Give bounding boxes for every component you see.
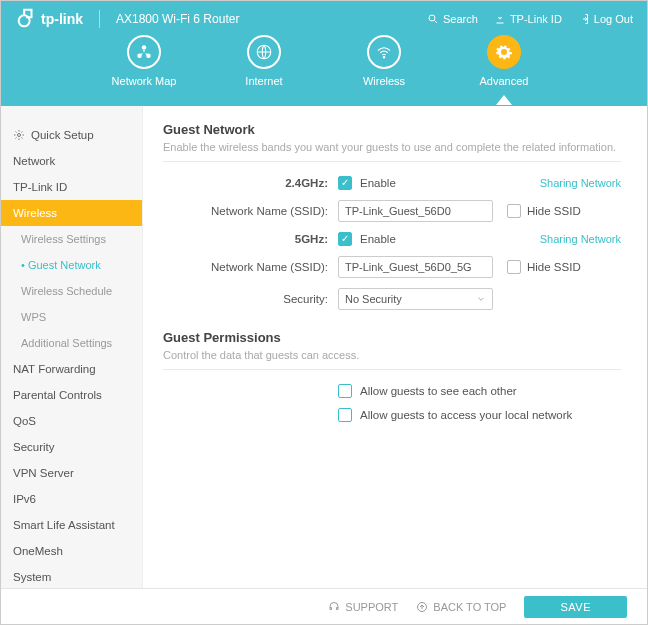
sidebar-sub-wireless-schedule[interactable]: Wireless Schedule bbox=[1, 278, 142, 304]
sidebar-label: Quick Setup bbox=[31, 129, 94, 141]
wifi-icon bbox=[367, 35, 401, 69]
header-top: tp-link AX1800 Wi-Fi 6 Router Search TP-… bbox=[1, 1, 647, 31]
sidebar-item-vpn[interactable]: VPN Server bbox=[1, 460, 142, 486]
tab-label: Internet bbox=[245, 75, 282, 87]
model-name: AX1800 Wi-Fi 6 Router bbox=[116, 12, 239, 26]
globe-icon bbox=[247, 35, 281, 69]
sidebar-item-ipv6[interactable]: IPv6 bbox=[1, 486, 142, 512]
svg-point-6 bbox=[383, 57, 385, 59]
checkbox-access-local[interactable] bbox=[338, 408, 352, 422]
section-title-guest-network: Guest Network bbox=[163, 122, 621, 137]
brand-text: tp-link bbox=[41, 11, 83, 27]
header: tp-link AX1800 Wi-Fi 6 Router Search TP-… bbox=[1, 1, 647, 106]
link-sharing-24ghz[interactable]: Sharing Network bbox=[540, 177, 621, 189]
tab-label: Network Map bbox=[112, 75, 177, 87]
section-desc-permissions: Control the data that guests can access. bbox=[163, 349, 621, 370]
hide-ssid-label-5: Hide SSID bbox=[527, 261, 581, 273]
sidebar-item-wireless[interactable]: Wireless bbox=[1, 200, 142, 226]
sidebar-item-security[interactable]: Security bbox=[1, 434, 142, 460]
row-24ghz: 2.4GHz: Enable Sharing Network bbox=[163, 176, 621, 190]
search-label: Search bbox=[443, 13, 478, 25]
enable-label-5: Enable bbox=[360, 233, 396, 245]
sidebar-sub-wps[interactable]: WPS bbox=[1, 304, 142, 330]
label-security: Security: bbox=[163, 293, 338, 305]
tplink-id-label: TP-Link ID bbox=[510, 13, 562, 25]
search-icon bbox=[427, 13, 439, 25]
chevron-down-icon bbox=[476, 294, 486, 304]
tab-advanced[interactable]: Advanced bbox=[469, 35, 539, 87]
sidebar-item-system[interactable]: System bbox=[1, 564, 142, 588]
svg-point-7 bbox=[18, 134, 21, 137]
save-button[interactable]: SAVE bbox=[524, 596, 627, 618]
tab-wireless[interactable]: Wireless bbox=[349, 35, 419, 87]
sidebar-item-quick-setup[interactable]: Quick Setup bbox=[1, 122, 142, 148]
brand-logo: tp-link bbox=[15, 8, 83, 30]
sidebar-item-qos[interactable]: QoS bbox=[1, 408, 142, 434]
arrow-up-icon bbox=[416, 601, 428, 613]
gear-small-icon bbox=[13, 129, 25, 141]
select-security[interactable]: No Security bbox=[338, 288, 493, 310]
checkbox-see-each-other[interactable] bbox=[338, 384, 352, 398]
content: Guest Network Enable the wireless bands … bbox=[143, 106, 647, 588]
tab-label: Wireless bbox=[363, 75, 405, 87]
sidebar-sub-additional[interactable]: Additional Settings bbox=[1, 330, 142, 356]
brand: tp-link AX1800 Wi-Fi 6 Router bbox=[15, 8, 239, 30]
link-sharing-5ghz[interactable]: Sharing Network bbox=[540, 233, 621, 245]
section-title-permissions: Guest Permissions bbox=[163, 330, 621, 345]
input-ssid-24ghz[interactable] bbox=[338, 200, 493, 222]
sidebar-item-smart-life[interactable]: Smart Life Assistant bbox=[1, 512, 142, 538]
sidebar-item-onemesh[interactable]: OneMesh bbox=[1, 538, 142, 564]
checkbox-hide-ssid-24ghz[interactable] bbox=[507, 204, 521, 218]
label-5ghz: 5GHz: bbox=[163, 233, 338, 245]
logout-label: Log Out bbox=[594, 13, 633, 25]
checkbox-enable-5ghz[interactable] bbox=[338, 232, 352, 246]
support-label: SUPPORT bbox=[345, 601, 398, 613]
tab-network-map[interactable]: Network Map bbox=[109, 35, 179, 87]
row-security: Security: No Security bbox=[163, 288, 621, 310]
gear-icon bbox=[487, 35, 521, 69]
network-map-icon bbox=[127, 35, 161, 69]
sidebar-item-nat[interactable]: NAT Forwarding bbox=[1, 356, 142, 382]
enable-label: Enable bbox=[360, 177, 396, 189]
headset-icon bbox=[328, 601, 340, 613]
label-ssid-5ghz: Network Name (SSID): bbox=[163, 261, 338, 273]
sidebar-sub-guest-network[interactable]: Guest Network bbox=[1, 252, 142, 278]
sidebar-sub-wireless-settings[interactable]: Wireless Settings bbox=[1, 226, 142, 252]
tab-internet[interactable]: Internet bbox=[229, 35, 299, 87]
select-security-value: No Security bbox=[345, 293, 402, 305]
sidebar: Quick Setup Network TP-Link ID Wireless … bbox=[1, 106, 143, 588]
checkbox-enable-24ghz[interactable] bbox=[338, 176, 352, 190]
back-to-top-link[interactable]: BACK TO TOP bbox=[416, 601, 506, 613]
input-ssid-5ghz[interactable] bbox=[338, 256, 493, 278]
logout-button[interactable]: Log Out bbox=[578, 13, 633, 25]
section-desc-guest-network: Enable the wireless bands you want your … bbox=[163, 141, 621, 162]
header-right: Search TP-Link ID Log Out bbox=[427, 13, 633, 25]
sidebar-item-network[interactable]: Network bbox=[1, 148, 142, 174]
brand-separator bbox=[99, 10, 100, 28]
svg-point-1 bbox=[429, 15, 435, 21]
footer: SUPPORT BACK TO TOP SAVE bbox=[1, 588, 647, 624]
search-button[interactable]: Search bbox=[427, 13, 478, 25]
tplink-id-button[interactable]: TP-Link ID bbox=[494, 13, 562, 25]
label-see-each-other: Allow guests to see each other bbox=[360, 385, 517, 397]
label-24ghz: 2.4GHz: bbox=[163, 177, 338, 189]
main-tabs: Network Map Internet Wireless Advanced bbox=[1, 35, 647, 87]
row-ssid-5ghz: Network Name (SSID): Hide SSID bbox=[163, 256, 621, 278]
row-access-local: Allow guests to access your local networ… bbox=[338, 408, 621, 422]
logout-icon bbox=[578, 13, 590, 25]
download-icon bbox=[494, 13, 506, 25]
label-ssid-24ghz: Network Name (SSID): bbox=[163, 205, 338, 217]
sidebar-item-parental[interactable]: Parental Controls bbox=[1, 382, 142, 408]
row-5ghz: 5GHz: Enable Sharing Network bbox=[163, 232, 621, 246]
checkbox-hide-ssid-5ghz[interactable] bbox=[507, 260, 521, 274]
row-ssid-24ghz: Network Name (SSID): Hide SSID bbox=[163, 200, 621, 222]
support-link[interactable]: SUPPORT bbox=[328, 601, 398, 613]
body: Quick Setup Network TP-Link ID Wireless … bbox=[1, 106, 647, 588]
sidebar-item-tplink-id[interactable]: TP-Link ID bbox=[1, 174, 142, 200]
row-see-each-other: Allow guests to see each other bbox=[338, 384, 621, 398]
tab-label: Advanced bbox=[480, 75, 529, 87]
svg-point-2 bbox=[142, 45, 147, 50]
back-to-top-label: BACK TO TOP bbox=[433, 601, 506, 613]
hide-ssid-label: Hide SSID bbox=[527, 205, 581, 217]
label-access-local: Allow guests to access your local networ… bbox=[360, 409, 572, 421]
